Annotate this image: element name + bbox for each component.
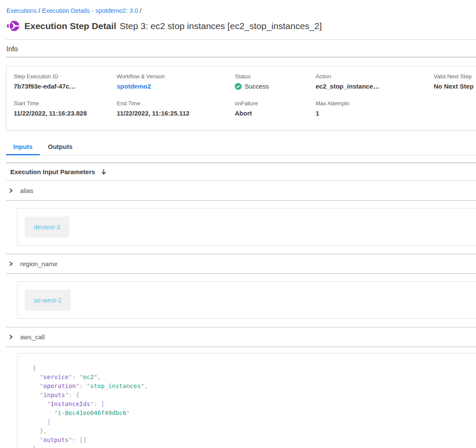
field-workflow-version: Workflow & Version spotdemo2 xyxy=(117,73,235,95)
info-heading: Info xyxy=(6,45,476,53)
field-label: Step Execution ID xyxy=(14,73,117,80)
breadcrumb-link-execution-details[interactable]: Execution Details - spotdemo2: 3.0 xyxy=(42,7,138,14)
param-row-region-name[interactable]: region_name xyxy=(0,254,476,273)
app-logo-icon xyxy=(7,20,19,32)
param-key: region_name xyxy=(20,260,58,267)
field-label: Start Time xyxy=(14,100,117,107)
field-action: Action ec2_stop_instance… xyxy=(316,73,434,95)
divider xyxy=(6,273,476,274)
field-label: Max Attempts xyxy=(316,100,434,107)
field-label: Action xyxy=(316,73,434,80)
breadcrumb: Executions/Execution Details - spotdemo2… xyxy=(0,0,476,14)
success-check-icon xyxy=(235,83,242,90)
json-code-block: { "service": "ec2", "operation": "stop_i… xyxy=(33,364,476,448)
param-value-panel-aws-call: { "service": "ec2", "operation": "stop_i… xyxy=(17,353,476,448)
inputs-outputs-tabs: Inputs Outputs xyxy=(6,143,476,155)
info-card: Step Execution ID 7b73f93e-edaf-47c… Wor… xyxy=(6,66,476,131)
param-row-alias[interactable]: alias xyxy=(0,181,476,200)
page-title: Execution Step Detail xyxy=(24,21,116,31)
divider xyxy=(6,39,476,40)
tab-outputs[interactable]: Outputs xyxy=(41,143,80,155)
field-value: ec2_stop_instance… xyxy=(316,83,434,90)
breadcrumb-separator: / xyxy=(37,7,42,14)
param-key: aws_call xyxy=(20,333,45,341)
chevron-right-icon xyxy=(9,261,13,266)
field-label: onFailure xyxy=(235,100,316,107)
divider xyxy=(6,347,476,347)
param-value-chip: us-west-2 xyxy=(25,290,71,311)
field-start-time: Start Time 11/22/2022, 11:16:23.828 xyxy=(14,100,117,122)
field-onfailure: onFailure Abort xyxy=(235,100,316,122)
field-empty xyxy=(434,100,476,122)
field-value: No Next Step xyxy=(434,83,476,90)
field-label: Valid Next Step xyxy=(434,73,476,80)
page-subtitle: Step 3: ec2 stop instances [ec2_stop_ins… xyxy=(120,21,322,31)
param-value-panel-alias: devtest-3 xyxy=(17,208,476,246)
field-value: 7b73f93e-edaf-47c… xyxy=(14,83,117,90)
param-row-aws-call[interactable]: aws_call xyxy=(0,327,476,347)
field-value: 11/22/2022, 11:16:25.112 xyxy=(117,110,235,117)
field-max-attempts: Max Attempts 1 xyxy=(316,100,434,122)
field-valid-next-step: Valid Next Step No Next Step xyxy=(434,73,476,95)
divider xyxy=(6,57,476,57)
field-value: Abort xyxy=(235,110,316,117)
execution-step-detail-page: Executions/Execution Details - spotdemo2… xyxy=(0,0,476,448)
params-heading: Execution Input Parameters xyxy=(10,168,95,175)
field-value: 1 xyxy=(316,110,434,117)
chevron-right-icon xyxy=(9,188,13,193)
execution-input-parameters-header: Execution Input Parameters xyxy=(0,163,476,181)
collapse-all-arrow-icon[interactable] xyxy=(101,169,107,175)
param-value-chip: devtest-3 xyxy=(25,217,69,237)
tab-inputs[interactable]: Inputs xyxy=(6,143,40,155)
divider xyxy=(6,200,476,201)
field-value: 11/22/2022, 11:16:23.828 xyxy=(14,110,117,117)
field-label: End Time xyxy=(117,100,235,107)
field-step-execution-id: Step Execution ID 7b73f93e-edaf-47c… xyxy=(14,73,117,95)
param-key: alias xyxy=(20,187,33,194)
field-label: Status xyxy=(235,73,316,80)
chevron-right-icon xyxy=(9,335,13,339)
field-end-time: End Time 11/22/2022, 11:16:25.112 xyxy=(117,100,235,122)
page-title-bar: Execution Step Detail Step 3: ec2 stop i… xyxy=(7,20,476,32)
param-value-panel-region-name: us-west-2 xyxy=(17,281,476,319)
breadcrumb-separator: / xyxy=(138,7,143,14)
field-status: Status Success xyxy=(235,73,316,95)
status-badge: Success xyxy=(245,83,269,90)
field-label: Workflow & Version xyxy=(117,73,235,80)
workflow-link[interactable]: spotdemo2 xyxy=(117,83,235,90)
breadcrumb-link-executions[interactable]: Executions xyxy=(6,7,37,14)
